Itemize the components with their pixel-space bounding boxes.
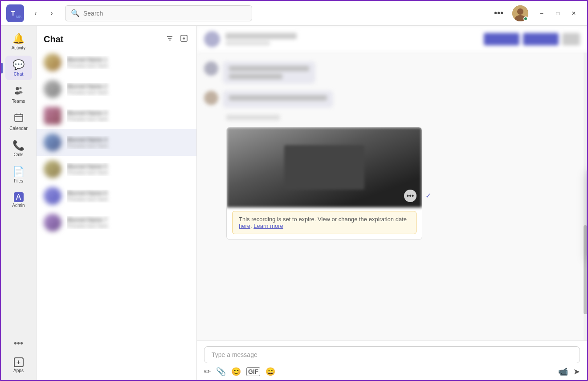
sidebar-item-admin[interactable]: A Admin: [5, 189, 32, 211]
compose-button[interactable]: [179, 33, 189, 45]
chat-header: [197, 26, 587, 53]
window-controls: – □ ✕: [534, 5, 582, 21]
svg-point-9: [18, 91, 22, 93]
read-receipt: ✓: [425, 191, 431, 200]
chat-preview: Preview text here: [67, 143, 189, 149]
chat-header-avatar: [204, 31, 220, 47]
chat-avatar: [44, 107, 61, 125]
format-icon[interactable]: ✏: [204, 367, 211, 377]
apps-icon: +: [14, 357, 24, 367]
main-content: ••• This recording is set to expire. Vie…: [197, 26, 587, 381]
list-item[interactable]: Blurred Name 2 Preview text here: [37, 76, 196, 102]
recording-container: ••• This recording is set to expire. Vie…: [226, 115, 422, 240]
sidebar-label-apps: Apps: [13, 368, 24, 373]
send-icon[interactable]: ➤: [573, 367, 580, 377]
user-avatar-container[interactable]: [512, 5, 528, 21]
learn-more-link[interactable]: Learn more: [253, 223, 283, 229]
back-button[interactable]: ‹: [29, 7, 42, 20]
recording-sender: [226, 115, 280, 120]
calls-icon: 📞: [12, 140, 24, 151]
nav-arrows: ‹ ›: [29, 7, 58, 20]
sidebar-label-calendar: Calendar: [9, 126, 28, 131]
search-icon: 🔍: [71, 9, 80, 17]
calendar-icon: [14, 113, 24, 125]
msg-bubble: [223, 91, 333, 108]
messages-area[interactable]: ••• This recording is set to expire. Vie…: [197, 53, 587, 340]
chat-name: Blurred Name 2: [67, 83, 189, 89]
chat-preview: Preview text here: [67, 223, 189, 229]
svg-text:NEW: NEW: [16, 15, 21, 18]
sidebar-item-teams[interactable]: Teams: [5, 82, 32, 107]
list-item[interactable]: Blurred Name 7 Preview text here: [37, 209, 196, 236]
list-item[interactable]: Blurred Name 6 Preview text here: [37, 182, 196, 209]
chat-preview: Preview text here: [67, 170, 189, 176]
list-item[interactable]: Blurred Name 1 Preview text here: [37, 49, 196, 76]
more-options-button[interactable]: •••: [490, 6, 507, 20]
sidebar-item-activity[interactable]: 🔔 Activity: [5, 29, 32, 54]
svg-point-7: [19, 87, 21, 89]
list-item[interactable]: Blurred Name 5 Preview text here: [37, 156, 196, 182]
svg-text:T: T: [11, 10, 15, 17]
sidebar-item-apps[interactable]: + Apps: [5, 354, 32, 377]
sidebar: 🔔 Activity 💬 Chat Teams: [1, 26, 37, 381]
here-link[interactable]: here: [239, 223, 250, 229]
sidebar-item-calendar[interactable]: Calendar: [5, 109, 32, 134]
chat-list-panel: Chat: [37, 26, 197, 381]
attach-icon[interactable]: 📎: [216, 367, 226, 377]
search-input[interactable]: [83, 10, 246, 17]
chat-name: Blurred Name 4: [67, 136, 189, 143]
maximize-button[interactable]: □: [550, 5, 566, 21]
chat-name: Blurred Name 5: [67, 163, 189, 170]
message-input-placeholder: Type a message: [204, 346, 580, 363]
chat-panel-title: Chat: [44, 34, 63, 45]
chat-avatar: [44, 53, 61, 71]
teams-icon: [14, 85, 24, 98]
msg-bubble: [223, 61, 315, 84]
chat-avatar: [44, 187, 61, 205]
sidebar-label-admin: Admin: [12, 203, 24, 208]
emoji-icon[interactable]: 😊: [231, 367, 241, 377]
sidebar-label-chat: Chat: [13, 72, 23, 77]
sidebar-item-calls[interactable]: 📞 Calls: [5, 136, 32, 161]
chat-avatar: [44, 80, 61, 98]
activity-icon: 🔔: [12, 33, 24, 45]
context-menu: Open in Stream Get link: [587, 168, 587, 258]
chat-name: Blurred Name 3: [67, 109, 189, 116]
chat-list: Blurred Name 1 Preview text here Blurred…: [37, 49, 196, 381]
sidebar-item-chat[interactable]: 💬 Chat: [5, 56, 32, 80]
minimize-button[interactable]: –: [534, 5, 550, 21]
chat-preview: Preview text here: [67, 196, 189, 203]
app-logo: T NEW: [6, 4, 24, 22]
search-bar[interactable]: 🔍: [65, 5, 252, 21]
sidebar-item-files[interactable]: 📄 Files: [5, 162, 32, 187]
list-item[interactable]: Blurred Name 3 Preview text here: [37, 102, 196, 129]
chat-header-sub: [225, 41, 270, 45]
chat-info: Blurred Name 5 Preview text here: [67, 163, 189, 176]
chat-avatar: [44, 214, 61, 231]
chat-info: Blurred Name 2 Preview text here: [67, 83, 189, 96]
sticker-icon[interactable]: 😀: [265, 367, 275, 377]
gif-icon[interactable]: GIF: [246, 367, 260, 376]
filter-button[interactable]: [164, 33, 175, 45]
message-row: [204, 61, 580, 84]
list-item[interactable]: Blurred Name 4 Preview text here: [37, 129, 196, 156]
toolbar-right: 📹 ➤: [558, 367, 580, 377]
chat-list-header: Chat: [37, 26, 196, 49]
message-toolbar: ✏ 📎 😊 GIF 😀 📹 ➤: [204, 367, 580, 377]
sidebar-more-button[interactable]: •••: [14, 338, 23, 349]
recording-thumbnail: [227, 127, 422, 207]
chat-avatar: [44, 160, 61, 178]
chat-info: Blurred Name 1 Preview text here: [67, 56, 189, 69]
video-icon[interactable]: 📹: [558, 367, 568, 377]
chat-header-actions: [484, 33, 580, 45]
forward-button[interactable]: ›: [45, 7, 58, 20]
message-input-area: Type a message ✏ 📎 😊 GIF 😀 📹 ➤: [197, 340, 587, 381]
admin-icon: A: [14, 192, 24, 202]
sidebar-label-activity: Activity: [12, 45, 26, 50]
chat-avatar: [44, 134, 61, 151]
svg-point-6: [16, 87, 19, 90]
chat-name: Blurred Name 6: [67, 190, 189, 196]
close-button[interactable]: ✕: [566, 5, 582, 21]
recording-more-button[interactable]: •••: [404, 190, 416, 202]
files-icon: 📄: [12, 166, 24, 178]
